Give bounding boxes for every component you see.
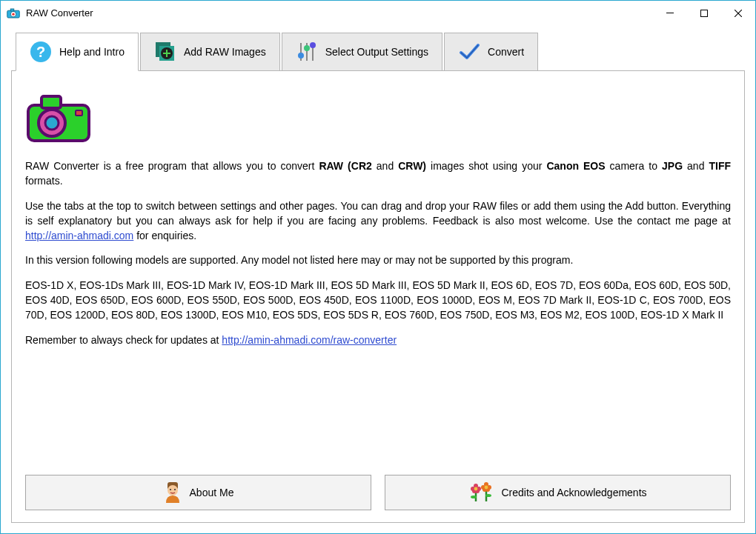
- svg-rect-21: [76, 110, 82, 116]
- content-area: ? Help and Intro Add RAW Images: [1, 25, 755, 533]
- svg-point-25: [173, 488, 175, 490]
- credits-button[interactable]: Credits and Acknowledgements: [385, 475, 731, 510]
- flowers-icon: [468, 481, 494, 505]
- app-icon: [7, 8, 20, 19]
- close-button[interactable]: [721, 1, 755, 25]
- minimize-icon: [666, 13, 674, 13]
- minimize-button[interactable]: [653, 1, 687, 25]
- tab-label: Convert: [488, 46, 524, 58]
- svg-rect-1: [10, 9, 14, 11]
- svg-point-14: [298, 53, 304, 59]
- tab-label: Help and Intro: [59, 46, 125, 58]
- tab-convert[interactable]: Convert: [444, 33, 538, 70]
- tab-label: Add RAW Images: [184, 46, 266, 58]
- button-label: About Me: [190, 487, 234, 498]
- svg-point-3: [12, 13, 14, 15]
- svg-rect-18: [42, 96, 61, 108]
- tab-add-raw[interactable]: Add RAW Images: [140, 33, 280, 70]
- maximize-icon: [700, 10, 708, 17]
- intro-paragraph-2: Use the tabs at the top to switch betwee…: [25, 199, 731, 244]
- intro-paragraph-1: RAW Converter is a free program that all…: [25, 159, 731, 189]
- svg-point-35: [474, 487, 478, 490]
- help-icon: ?: [30, 41, 52, 63]
- contact-link[interactable]: http://amin-ahmadi.com: [25, 230, 133, 241]
- maximize-button[interactable]: [687, 1, 721, 25]
- tab-label: Select Output Settings: [325, 46, 428, 58]
- svg-point-15: [304, 45, 310, 51]
- svg-point-16: [310, 42, 316, 48]
- settings-sliders-icon: [296, 41, 318, 63]
- svg-rect-4: [666, 13, 674, 13]
- main-window: RAW Converter ? Help and Intro: [0, 0, 756, 534]
- tab-help-intro[interactable]: ? Help and Intro: [16, 33, 139, 71]
- updates-link[interactable]: http://amin-ahmadi.com/raw-converter: [222, 334, 397, 346]
- svg-rect-5: [701, 10, 708, 16]
- tab-output-settings[interactable]: Select Output Settings: [282, 33, 442, 70]
- button-label: Credits and Acknowledgements: [501, 487, 646, 498]
- supported-models-list: EOS-1D X, EOS-1Ds Mark III, EOS-1D Mark …: [25, 278, 731, 323]
- svg-point-29: [485, 494, 491, 497]
- about-me-button[interactable]: About Me: [25, 475, 371, 510]
- svg-point-28: [471, 495, 477, 498]
- camera-icon: [25, 92, 731, 146]
- svg-point-24: [169, 488, 170, 490]
- bottom-button-row: About Me: [25, 475, 731, 510]
- svg-point-20: [45, 116, 59, 130]
- titlebar: RAW Converter: [1, 1, 755, 25]
- window-title: RAW Converter: [26, 7, 653, 19]
- tab-panel-help-intro: RAW Converter is a free program that all…: [11, 70, 745, 523]
- intro-paragraph-3: In this version following models are sup…: [25, 253, 731, 268]
- svg-text:?: ?: [36, 44, 45, 60]
- add-images-icon: [154, 41, 176, 63]
- svg-point-41: [485, 485, 488, 489]
- person-icon: [163, 481, 182, 505]
- svg-point-23: [168, 485, 178, 495]
- close-icon: [735, 10, 742, 17]
- tab-bar: ? Help and Intro Add RAW Images: [16, 33, 745, 70]
- intro-paragraph-5: Remember to always check for updates at …: [25, 333, 731, 348]
- window-controls: [653, 1, 755, 25]
- intro-text: RAW Converter is a free program that all…: [25, 159, 731, 358]
- checkmark-icon: [458, 41, 480, 63]
